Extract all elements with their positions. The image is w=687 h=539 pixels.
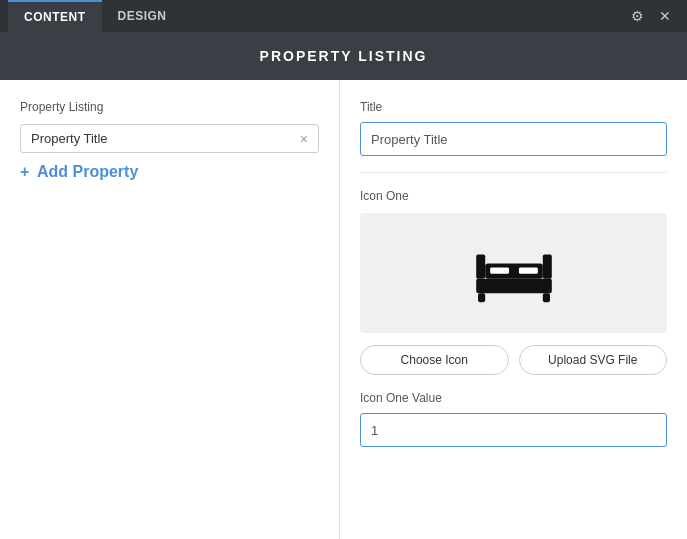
svg-rect-7 (542, 293, 549, 302)
svg-rect-5 (517, 266, 539, 275)
main-area: Property Listing Property Title × + Add … (0, 80, 687, 539)
svg-rect-4 (488, 266, 510, 275)
divider (360, 172, 667, 173)
add-property-label: Add Property (37, 163, 138, 181)
add-plus-icon: + (20, 163, 29, 181)
add-property-button[interactable]: + Add Property (20, 163, 319, 181)
choose-icon-button[interactable]: Choose Icon (360, 345, 509, 375)
title-field-label: Title (360, 100, 667, 114)
svg-rect-2 (542, 254, 551, 278)
property-item-close-icon[interactable]: × (300, 132, 308, 146)
icon-action-buttons: Choose Icon Upload SVG File (360, 345, 667, 375)
svg-rect-6 (478, 293, 485, 302)
icon-value-input[interactable] (360, 413, 667, 447)
property-item[interactable]: Property Title × (20, 124, 319, 153)
page-title: PROPERTY LISTING (0, 32, 687, 80)
title-input[interactable] (360, 122, 667, 156)
icon-preview (360, 213, 667, 333)
property-item-text: Property Title (31, 131, 300, 146)
close-icon[interactable]: ✕ (651, 2, 679, 30)
icon-value-label: Icon One Value (360, 391, 667, 405)
left-panel: Property Listing Property Title × + Add … (0, 80, 340, 539)
settings-icon[interactable]: ⚙ (623, 2, 651, 30)
icon-one-label: Icon One (360, 189, 667, 203)
svg-rect-0 (476, 278, 552, 292)
tab-content[interactable]: CONTENT (8, 0, 102, 32)
tab-bar: CONTENT DESIGN ⚙ ✕ (0, 0, 687, 32)
svg-rect-1 (476, 254, 485, 278)
property-listing-label: Property Listing (20, 100, 319, 114)
tab-design[interactable]: DESIGN (102, 0, 183, 32)
right-panel: Title Icon One (340, 80, 687, 539)
upload-svg-button[interactable]: Upload SVG File (519, 345, 668, 375)
title-text: PROPERTY LISTING (260, 48, 428, 64)
bed-icon (469, 237, 559, 310)
